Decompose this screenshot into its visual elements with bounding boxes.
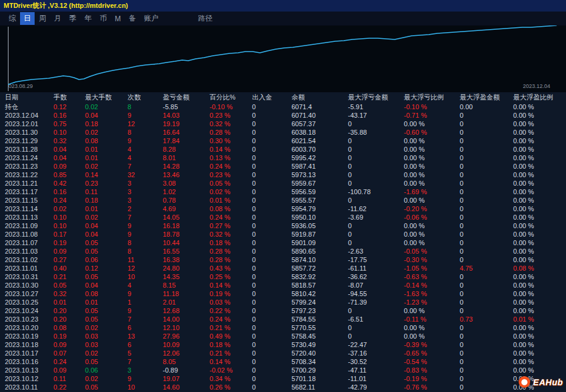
column-header-11[interactable]: 最大浮盈比例: [508, 92, 566, 103]
table-row[interactable]: 2023.11.220.850.143213.460.23 %05973.130…: [0, 171, 566, 179]
column-header-7[interactable]: 余额: [287, 92, 343, 103]
cell: 0: [343, 323, 399, 332]
table-row[interactable]: 2023.10.180.090.03610.090.18 %05730.49-2…: [0, 340, 566, 349]
table-row[interactable]: 2023.10.170.070.02512.060.21 %05720.40-3…: [0, 349, 566, 357]
menu-item-week[interactable]: 周: [35, 12, 50, 25]
table-row[interactable]: 2023.11.150.240.1830.780.01 %05955.5700.…: [0, 196, 566, 204]
cell: 5901.09: [287, 238, 343, 247]
cell: 0.23: [80, 179, 123, 188]
table-row[interactable]: 2023.10.270.320.08911.180.19 %05810.42-9…: [0, 289, 566, 298]
menu-item-account[interactable]: 账户: [140, 12, 162, 25]
table-row[interactable]: 2023.10.240.200.05912.680.22 %05797.2300…: [0, 306, 566, 315]
table-row[interactable]: 2023.11.300.100.02816.640.28 %06038.18-3…: [0, 128, 566, 137]
cell: 0: [455, 188, 508, 196]
menu-item-m[interactable]: M: [111, 13, 124, 24]
menu-item-summary[interactable]: 综: [5, 12, 19, 25]
cell: -0.20 %: [399, 204, 455, 213]
table-row[interactable]: 2023.11.070.190.05810.440.18 %05901.0900…: [0, 238, 566, 247]
cell: 0: [343, 145, 399, 154]
menu-item-path[interactable]: 路径: [194, 12, 216, 25]
table-row[interactable]: 2023.12.040.160.04914.030.23 %06071.40-4…: [0, 111, 566, 120]
cell: 5955.57: [287, 196, 343, 204]
table-row[interactable]: 2023.11.240.040.0148.010.13 %05995.4200.…: [0, 154, 566, 162]
column-header-8[interactable]: 最大浮亏金额: [343, 92, 399, 103]
cell: 4: [123, 145, 158, 154]
cell: 0.02: [80, 213, 123, 221]
table-row[interactable]: 2023.11.290.320.08917.840.30 %06021.5400…: [0, 137, 566, 145]
table-row[interactable]: 2023.11.210.420.2333.080.05 %05959.6700.…: [0, 179, 566, 188]
table-row[interactable]: 2023.10.300.050.0448.150.14 %05818.57-8.…: [0, 281, 566, 289]
cell: 10: [123, 383, 158, 391]
cell: 12.10: [158, 323, 205, 332]
column-header-3[interactable]: 次数: [123, 92, 158, 103]
cell: 5810.42: [287, 289, 343, 298]
table-row[interactable]: 2023.11.130.100.02714.050.24 %05950.10-3…: [0, 213, 566, 221]
cell: 0: [455, 255, 508, 264]
column-header-10[interactable]: 最大浮盈金额: [455, 92, 508, 103]
menu-item-month[interactable]: 月: [50, 12, 65, 25]
column-header-2[interactable]: 最大手数: [80, 92, 123, 103]
table-row[interactable]: 2023.10.230.200.05714.000.24 %05784.55-6…: [0, 315, 566, 323]
cell: 8: [123, 128, 158, 137]
table-row[interactable]: 2023.10.190.190.031327.960.49 %05758.450…: [0, 332, 566, 340]
table-row[interactable]: 2023.11.010.400.121224.800.43 %05857.72-…: [0, 264, 566, 272]
menu-item-currency[interactable]: 币: [96, 12, 111, 25]
cell: 0.00 %: [508, 306, 566, 315]
cell: 0.00 %: [508, 188, 566, 196]
menu-item-note[interactable]: 备: [125, 12, 140, 25]
cell: 0: [247, 128, 287, 137]
table-row[interactable]: 2023.10.120.110.02919.070.34 %05701.18-1…: [0, 374, 566, 383]
table-row[interactable]: 2023.10.310.210.051014.350.25 %05832.92-…: [0, 272, 566, 281]
title-bar[interactable]: MTDriver统计 ,V3.12 (http://mtdriver.cn): [0, 0, 566, 12]
menu-item-day[interactable]: 日: [20, 12, 35, 25]
cell: 0: [455, 247, 508, 255]
cell: 0: [455, 230, 508, 238]
table-row[interactable]: 2023.12.010.750.181219.190.32 %06057.370…: [0, 120, 566, 128]
table-row[interactable]: 2023.10.130.090.063-0.89-0.02 %05700.29-…: [0, 366, 566, 374]
column-header-1[interactable]: 手数: [49, 92, 80, 103]
cell: 0.17: [49, 230, 80, 238]
table-row[interactable]: 2023.10.160.240.0578.050.14 %05708.34-30…: [0, 357, 566, 366]
cell: 0: [247, 247, 287, 255]
cell: 5832.92: [287, 272, 343, 281]
table-row[interactable]: 2023.10.200.080.02612.100.21 %05770.5500…: [0, 323, 566, 332]
cell-date: 2023.10.31: [0, 272, 49, 281]
cell: 0.02: [80, 349, 123, 357]
table-row[interactable]: 2023.11.080.170.04918.780.32 %05919.8700…: [0, 230, 566, 238]
menu-item-quarter[interactable]: 季: [66, 12, 80, 25]
menu-item-year[interactable]: 年: [81, 12, 95, 25]
cell: 0: [343, 171, 399, 179]
cell: 0: [455, 179, 508, 188]
cell: 0.11: [80, 188, 123, 196]
cell-date: 2023.11.22: [0, 171, 49, 179]
cell: 0: [247, 171, 287, 179]
cell: 8.15: [158, 281, 205, 289]
cell: 0.23 %: [205, 171, 247, 179]
cell-date: 2023.12.04: [0, 111, 49, 120]
cell: 9: [123, 306, 158, 315]
table-row[interactable]: 2023.11.280.040.0148.280.14 %06003.7000.…: [0, 145, 566, 154]
column-header-6[interactable]: 出入金: [247, 92, 287, 103]
cell: 0: [343, 238, 399, 247]
table-row[interactable]: 2023.11.020.270.061116.380.28 %05874.10-…: [0, 255, 566, 264]
cell: 5720.40: [287, 349, 343, 357]
column-header-5[interactable]: 百分比%: [205, 92, 247, 103]
cell: 32: [123, 171, 158, 179]
cell: 0.00 %: [508, 230, 566, 238]
column-header-4[interactable]: 盈亏金额: [158, 92, 205, 103]
cell: -5.85: [158, 103, 205, 111]
table-row[interactable]: 2023.10.250.010.0112.010.03 %05799.24-71…: [0, 298, 566, 306]
table-row[interactable]: 2023.11.140.020.0124.690.08 %05954.79-11…: [0, 204, 566, 213]
cell: 0: [455, 323, 508, 332]
cell: 5770.55: [287, 323, 343, 332]
table-row[interactable]: 持仓0.120.028-5.85-0.10 %06071.4-5.91-0.10…: [0, 103, 566, 111]
table-row[interactable]: 2023.10.110.220.051014.600.26 %05682.11-…: [0, 383, 566, 391]
table-row[interactable]: 2023.11.230.090.02714.280.24 %05987.4100…: [0, 162, 566, 171]
table-row[interactable]: 2023.11.170.160.1131.020.02 %05956.59-10…: [0, 188, 566, 196]
equity-chart[interactable]: 023.08.29 2023.12.04: [0, 25, 566, 92]
column-header-9[interactable]: 最大浮亏比例: [399, 92, 455, 103]
cell: 0: [343, 196, 399, 204]
table-row[interactable]: 2023.11.090.100.04916.180.27 %05936.0500…: [0, 221, 566, 230]
column-header-0[interactable]: 日期: [0, 92, 49, 103]
table-row[interactable]: 2023.11.030.090.05816.550.28 %05890.65-2…: [0, 247, 566, 255]
